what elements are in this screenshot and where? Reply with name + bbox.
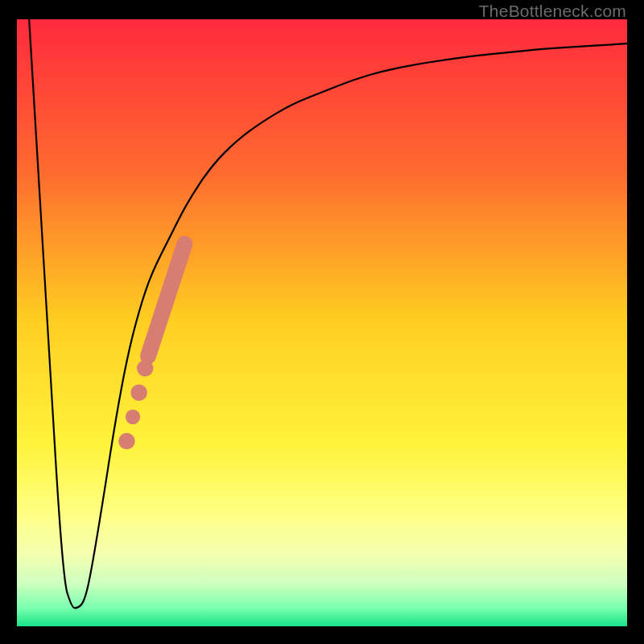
highlight-dot xyxy=(130,384,147,400)
plot-area xyxy=(17,19,627,626)
highlight-dot xyxy=(126,410,140,424)
highlight-dot xyxy=(137,360,153,376)
watermark-label: TheBottleneck.com xyxy=(479,2,626,21)
highlight-dot xyxy=(118,433,134,449)
chart-frame: TheBottleneck.com xyxy=(0,0,644,644)
chart-svg xyxy=(17,19,627,626)
gradient-background xyxy=(17,19,627,626)
